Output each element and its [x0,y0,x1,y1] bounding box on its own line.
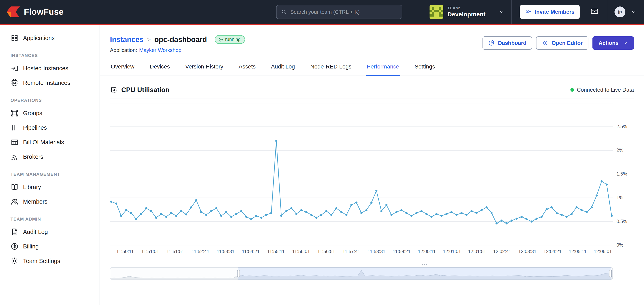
sidebar-item-label: Applications [23,35,54,41]
x-tick-label: 12:00:11 [418,249,436,254]
tab-version-history[interactable]: Version History [184,63,224,75]
tab-performance[interactable]: Performance [366,63,400,76]
brush-selection[interactable] [238,268,611,280]
chart-header: CPU Utilisation Connected to Live Data [110,86,634,99]
play-circle-icon [218,37,223,42]
main-content: Instances > opc-dashboard running Applic… [100,25,644,305]
x-tick-label: 11:59:21 [393,249,410,254]
x-tick-label: 12:02:41 [493,249,512,254]
sidebar-item-groups[interactable]: Groups [0,106,99,120]
team-settings-icon [10,257,18,265]
app-window: FlowFuse [0,0,644,305]
live-status-dot [570,88,574,92]
tab-devices[interactable]: Devices [149,63,171,75]
sidebar-section-title: OPERATIONS [0,90,99,106]
sidebar-item-library[interactable]: Library [0,180,99,194]
sidebar-section-title: TEAM MANAGEMENT [0,164,99,180]
sidebar-item-label: Remote Instances [23,80,70,86]
sidebar-item-brokers[interactable]: Brokers [0,149,99,164]
y-tick-label: 0% [616,242,623,248]
actions-button-label: Actions [598,40,618,46]
notifications-button[interactable] [588,7,608,17]
sidebar-item-bill-of-materials[interactable]: Bill Of Materials [0,135,99,149]
topbar-right: TEAM: Development Invite Members jp [423,0,644,24]
team-selector[interactable]: TEAM: Development [423,0,511,24]
page-title: opc-dashboard [154,35,207,44]
sidebar-item-team-settings[interactable]: Team Settings [0,254,99,268]
sidebar-item-remote-instances[interactable]: Remote Instances [0,75,99,90]
envelope-icon [590,7,599,17]
x-tick-label: 11:52:41 [192,249,210,254]
application-label: Application: [110,47,137,53]
breadcrumb-instances-link[interactable]: Instances [110,35,144,44]
sidebar-item-hosted-instances[interactable]: Hosted Instances [0,61,99,75]
open-editor-button[interactable]: Open Editor [536,36,588,50]
tab-audit-log[interactable]: Audit Log [270,63,296,75]
tab-settings[interactable]: Settings [414,63,436,75]
open-editor-button-label: Open Editor [552,40,583,46]
sidebar-item-label: Library [23,184,41,191]
y-tick-label: 1.5% [616,171,627,177]
x-tick-label: 12:04:21 [544,249,562,254]
y-axis-labels: 0%0.5%1%1.5%2%2.5% [613,103,634,245]
logo-text: FlowFuse [24,7,64,17]
team-text: TEAM: Development [447,6,485,18]
x-tick-label: 11:51:51 [166,249,184,254]
x-tick-label: 11:58:31 [368,249,386,254]
status-badge-label: running [225,37,241,42]
chart-body: 11:50:1111:51:0111:51:5111:52:4111:53:31… [110,103,634,280]
pie-chart-icon [488,40,494,46]
audit-log-icon [10,228,18,236]
chart-title: CPU Utilisation [121,86,170,94]
applications-icon [10,34,18,42]
invite-members-button[interactable]: Invite Members [520,5,580,19]
application-line: Application: Mayker Workshop [110,47,245,53]
page-header: Instances > opc-dashboard running Applic… [110,35,634,53]
sidebar-item-billing[interactable]: Billing [0,239,99,254]
bill-of-materials-icon [10,138,18,146]
tab-overview[interactable]: Overview [110,63,135,75]
hosted-instances-icon [10,64,18,72]
x-tick-label: 11:55:11 [267,249,284,254]
sidebar-item-label: Audit Log [23,229,48,235]
y-tick-label: 1% [616,195,623,200]
x-tick-label: 12:03:31 [518,249,536,254]
x-tick-label: 11:53:31 [217,249,234,254]
sidebar-item-label: Hosted Instances [23,65,68,72]
y-tick-label: 0.5% [616,219,627,224]
team-avatar [430,5,443,19]
brush-grip-handle[interactable] [424,264,425,266]
x-tick-label: 12:05:11 [569,249,586,254]
x-tick-label: 12:06:01 [594,249,612,254]
sidebar-section-title: TEAM ADMIN [0,209,99,225]
search-icon [281,9,287,15]
sidebar-item-label: Team Settings [23,258,60,264]
sidebar-item-members[interactable]: Members [0,194,99,209]
tab-bar: OverviewDevicesVersion HistoryAssetsAudi… [100,63,644,76]
team-search [276,5,402,19]
sidebar: Applications INSTANCESHosted InstancesRe… [0,25,100,305]
live-status: Connected to Live Data [570,87,634,93]
user-menu[interactable]: jp [608,0,644,24]
x-tick-label: 12:01:51 [468,249,486,254]
tab-assets[interactable]: Assets [238,63,256,75]
chevron-down-icon [622,40,628,46]
tab-node-red-logs[interactable]: Node-RED Logs [310,63,352,75]
chart-brush[interactable] [110,268,613,280]
flowfuse-logo[interactable]: FlowFuse [6,6,64,17]
dashboard-button[interactable]: Dashboard [482,36,532,50]
cpu-icon [110,86,118,94]
actions-button[interactable]: Actions [592,36,634,50]
groups-icon [10,109,18,117]
sidebar-item-pipelines[interactable]: Pipelines [0,120,99,135]
team-label: TEAM: [447,6,485,10]
sidebar-item-audit-log[interactable]: Audit Log [0,225,99,239]
live-status-label: Connected to Live Data [577,87,634,93]
x-tick-label: 11:56:01 [292,249,310,254]
x-tick-label: 11:50:11 [116,249,134,254]
cpu-utilisation-section: CPU Utilisation Connected to Live Data 1… [110,86,634,280]
sidebar-item-label: Members [23,198,48,205]
sidebar-item-applications[interactable]: Applications [0,31,99,45]
search-input[interactable] [290,9,402,15]
application-link[interactable]: Mayker Workshop [139,47,181,53]
